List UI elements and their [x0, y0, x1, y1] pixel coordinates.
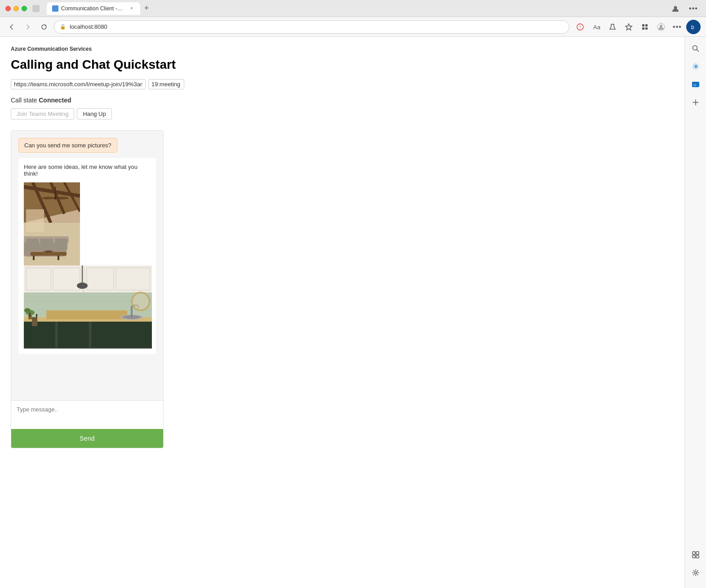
- extensions-security-icon[interactable]: !: [573, 20, 587, 34]
- svg-rect-29: [55, 239, 67, 250]
- forward-btn[interactable]: [22, 21, 34, 33]
- new-tab-btn[interactable]: +: [140, 2, 153, 15]
- chat-message-input[interactable]: [11, 401, 163, 428]
- svg-point-60: [77, 283, 88, 289]
- window-favicon: [32, 5, 40, 12]
- traffic-lights: [5, 6, 27, 11]
- page-subtitle: Azure Communication Services: [11, 46, 674, 52]
- call-state-value: Connected: [39, 97, 71, 104]
- copilot-sidebar-btn[interactable]: b: [686, 20, 701, 34]
- sidebar-add-btn[interactable]: [688, 94, 704, 111]
- svg-rect-73: [693, 552, 695, 554]
- svg-point-55: [133, 294, 148, 309]
- svg-rect-40: [84, 265, 152, 292]
- room-image-1: [24, 182, 80, 265]
- action-buttons: Join Teams Meeting Hang Up: [11, 108, 674, 119]
- sent-message-text: Here are some ideas, let me know what yo…: [24, 164, 151, 177]
- tab-favicon: [52, 5, 58, 12]
- received-message: Can you send me some pictures?: [18, 138, 117, 153]
- svg-point-21: [42, 197, 55, 199]
- sidebar-outlook-btn[interactable]: O: [688, 76, 704, 93]
- meeting-id-input[interactable]: [148, 79, 184, 89]
- active-tab[interactable]: Communication Client - Callin... ×: [47, 2, 140, 15]
- chat-container: Can you send me some pictures? Here are …: [11, 130, 164, 448]
- sidebar-grid-btn[interactable]: [688, 547, 704, 563]
- svg-point-58: [24, 308, 31, 313]
- teams-url-input[interactable]: [11, 79, 146, 89]
- svg-line-65: [697, 50, 698, 52]
- svg-text:!: !: [580, 25, 581, 30]
- close-window-btn[interactable]: [5, 6, 11, 11]
- svg-rect-76: [696, 555, 699, 558]
- call-state-display: Call state Connected: [11, 97, 674, 104]
- profile-btn[interactable]: [668, 1, 683, 16]
- tab-bar: Communication Client - Callin... × +: [47, 2, 661, 15]
- svg-point-34: [44, 251, 53, 253]
- svg-point-22: [55, 197, 69, 199]
- svg-text:O: O: [693, 83, 696, 87]
- svg-rect-31: [33, 256, 35, 260]
- svg-rect-62: [29, 313, 31, 317]
- chat-input-area: Send: [11, 400, 163, 448]
- svg-text:✦: ✦: [694, 64, 698, 69]
- tab-close-btn[interactable]: ×: [129, 5, 135, 12]
- title-bar: Communication Client - Callin... × + •••: [0, 0, 706, 17]
- browser-labs-icon[interactable]: [605, 20, 620, 34]
- svg-text:b: b: [691, 24, 694, 31]
- browser-sidebar: ✦ O: [684, 37, 706, 588]
- sidebar-bottom: [688, 547, 704, 584]
- tab-title: Communication Client - Callin...: [61, 5, 124, 12]
- browser-body: Azure Communication Services Calling and…: [0, 37, 706, 588]
- sent-message: Here are some ideas, let me know what yo…: [18, 158, 156, 354]
- address-bar[interactable]: 🔒 localhost:8080: [54, 20, 569, 34]
- toolbar-icons: ! Aa ••• b: [573, 20, 701, 34]
- svg-rect-48: [91, 320, 152, 348]
- collections-icon[interactable]: [638, 20, 652, 34]
- svg-rect-7: [645, 24, 648, 27]
- svg-rect-6: [642, 24, 644, 27]
- sidebar-search-btn[interactable]: [688, 40, 704, 57]
- refresh-btn[interactable]: [38, 21, 50, 33]
- svg-rect-46: [24, 320, 55, 348]
- svg-rect-32: [58, 256, 59, 260]
- more-options-btn[interactable]: •••: [686, 1, 701, 16]
- svg-rect-24: [26, 209, 44, 232]
- sidebar-copilot-btn[interactable]: ✦: [688, 58, 704, 75]
- back-btn[interactable]: [5, 21, 18, 33]
- address-text: localhost:8080: [70, 23, 107, 30]
- sidebar-settings-btn[interactable]: [688, 565, 704, 581]
- url-inputs: [11, 79, 674, 89]
- svg-rect-8: [642, 27, 644, 30]
- security-lock-icon: 🔒: [60, 24, 66, 30]
- title-bar-controls: •••: [668, 1, 701, 16]
- svg-rect-9: [645, 27, 648, 30]
- svg-rect-53: [131, 306, 133, 317]
- page-content: Azure Communication Services Calling and…: [0, 37, 684, 588]
- svg-point-77: [694, 572, 697, 574]
- svg-rect-61: [32, 317, 37, 326]
- svg-rect-63: [36, 314, 37, 317]
- reader-view-icon[interactable]: Aa: [589, 20, 604, 34]
- browser-toolbar: 🔒 localhost:8080 ! Aa •••: [0, 17, 706, 37]
- page-title: Calling and Chat Quickstart: [11, 57, 674, 72]
- browser-window: Communication Client - Callin... × + •••: [0, 0, 706, 588]
- svg-rect-50: [46, 310, 127, 319]
- minimize-window-btn[interactable]: [13, 6, 19, 11]
- svg-marker-5: [626, 24, 632, 30]
- send-btn[interactable]: Send: [11, 429, 163, 448]
- more-menu-btn[interactable]: •••: [670, 20, 684, 34]
- favorites-icon[interactable]: [622, 20, 636, 34]
- join-teams-btn[interactable]: Join Teams Meeting: [11, 108, 74, 119]
- chat-messages: Can you send me some pictures? Here are …: [11, 131, 163, 400]
- profile-icon[interactable]: [654, 20, 668, 34]
- svg-rect-28: [40, 239, 53, 250]
- svg-rect-75: [693, 555, 695, 558]
- svg-text:Aa: Aa: [593, 24, 600, 31]
- svg-rect-74: [696, 552, 699, 554]
- svg-rect-27: [26, 239, 39, 250]
- svg-rect-47: [58, 320, 89, 348]
- room-image-2: [24, 265, 152, 349]
- maximize-window-btn[interactable]: [22, 6, 27, 11]
- hang-up-btn[interactable]: Hang Up: [77, 108, 111, 119]
